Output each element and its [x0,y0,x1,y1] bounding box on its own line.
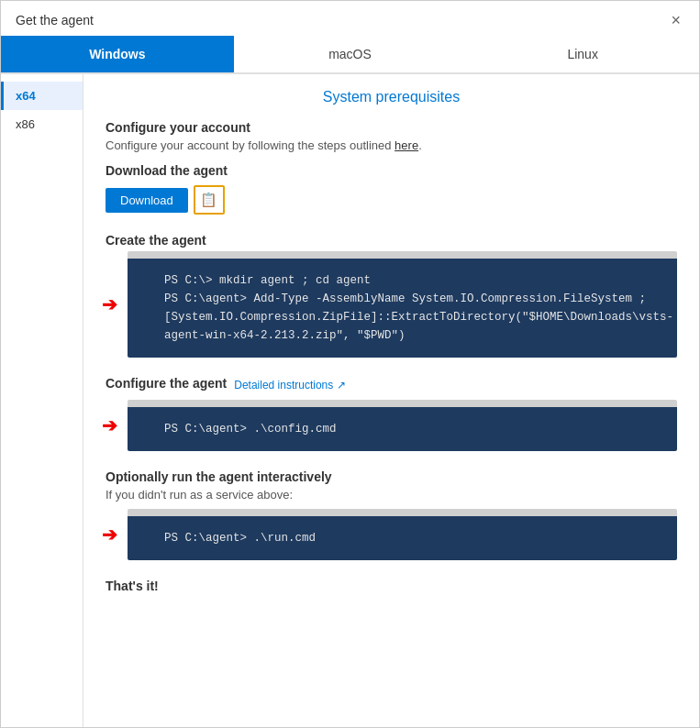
copy-icon: 📋 [200,192,217,208]
create-agent-arrow: ➔ [102,293,117,315]
configure-agent-heading-row: Configure the agent Detailed instruction… [106,376,677,394]
section-prerequisites-title: System prerequisites [106,89,677,105]
optional-run-code-wrapper: ➔ PS C:\agent> .\run.cmd [128,509,677,560]
sidebar-item-x86[interactable]: x86 [1,110,83,138]
optional-run-section: Optionally run the agent interactively I… [106,469,677,560]
configure-agent-code-block: PS C:\agent> .\config.cmd [128,407,677,451]
detailed-instructions-link[interactable]: Detailed instructions ↗ [234,379,345,392]
arch-sidebar: x64 x86 [1,74,83,727]
tab-macos[interactable]: macOS [234,36,467,72]
create-code-line1: PS C:\> mkdir agent ; cd agent [164,274,371,287]
create-code-line4: agent-win-x64-2.213.2.zip", "$PWD") [164,329,406,342]
main-content: System prerequisites Configure your acco… [83,74,699,727]
configure-account-section: Configure your account Configure your ac… [106,120,677,152]
create-agent-code-container: PS C:\> mkdir agent ; cd agent PS C:\age… [128,251,677,358]
tab-windows[interactable]: Windows [1,36,234,72]
configure-code-header-bar [128,400,677,407]
optional-run-subtitle: If you didn't run as a service above: [106,488,677,502]
download-agent-title: Download the agent [106,163,677,178]
configure-agent-code-container: PS C:\agent> .\config.cmd [128,400,677,451]
configure-agent-title: Configure the agent [106,376,227,391]
configure-agent-arrow: ➔ [102,414,117,436]
configure-account-description: Configure your account by following the … [106,138,677,152]
dialog-title: Get the agent [16,13,94,28]
optional-run-title: Optionally run the agent interactively [106,469,677,484]
optional-run-code-line: PS C:\agent> .\run.cmd [164,532,316,545]
get-agent-dialog: Get the agent × Windows macOS Linux x64 … [0,0,700,728]
dialog-header: Get the agent × [1,1,699,36]
close-button[interactable]: × [667,12,684,28]
create-agent-code-block: PS C:\> mkdir agent ; cd agent PS C:\age… [128,259,677,358]
optional-code-header-bar [128,509,677,516]
create-agent-code-wrapper: ➔ PS C:\> mkdir agent ; cd agent PS C:\a… [128,251,677,358]
code-header-bar [128,251,677,259]
optional-run-code-container: PS C:\agent> .\run.cmd [128,509,677,560]
download-agent-section: Download the agent Download 📋 [106,163,677,215]
thats-it-label: That's it! [106,579,677,593]
tab-linux[interactable]: Linux [466,36,699,72]
configure-agent-section: Configure the agent Detailed instruction… [106,376,677,451]
sidebar-item-x64[interactable]: x64 [1,82,83,110]
optional-run-arrow: ➔ [102,524,117,546]
create-agent-title: Create the agent [106,233,677,248]
download-button[interactable]: Download [106,188,188,213]
here-link[interactable]: here [394,138,418,152]
configure-account-title: Configure your account [106,120,677,135]
create-agent-section: Create the agent ➔ PS C:\> mkdir agent ;… [106,233,677,358]
tab-bar: Windows macOS Linux [1,36,699,74]
copy-link-button[interactable]: 📋 [194,185,225,215]
configure-code-line: PS C:\agent> .\config.cmd [164,423,337,436]
create-code-line2: PS C:\agent> Add-Type -AssemblyName Syst… [164,292,646,305]
content-area: x64 x86 System prerequisites Configure y… [1,74,699,727]
configure-agent-code-wrapper: ➔ PS C:\agent> .\config.cmd [128,400,677,451]
create-code-line3: [System.IO.Compression.ZipFile]::Extract… [164,311,673,324]
optional-run-code-block: PS C:\agent> .\run.cmd [128,516,677,560]
download-buttons-row: Download 📋 [106,185,677,215]
